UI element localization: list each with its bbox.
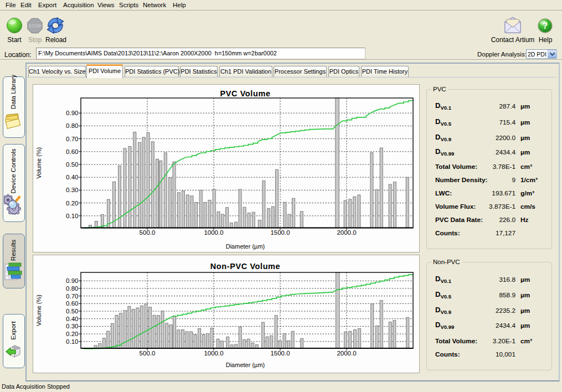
svg-text:0.90: 0.90 bbox=[66, 277, 78, 284]
svg-text:STOP: STOP bbox=[29, 23, 42, 29]
svg-text:0.10: 0.10 bbox=[66, 213, 78, 219]
svg-text:1000.0: 1000.0 bbox=[204, 229, 223, 236]
svg-text:2000.0: 2000.0 bbox=[337, 229, 356, 236]
svg-text:0.10: 0.10 bbox=[66, 338, 78, 345]
svg-text:1500.0: 1500.0 bbox=[270, 350, 290, 357]
svg-text:500.0: 500.0 bbox=[140, 229, 156, 236]
svg-text:Volume (%): Volume (%) bbox=[35, 295, 42, 326]
svg-text:0.70: 0.70 bbox=[66, 136, 78, 142]
svg-text:Volume (%): Volume (%) bbox=[35, 147, 42, 179]
svg-text:0.60: 0.60 bbox=[66, 148, 78, 155]
svg-text:0.80: 0.80 bbox=[66, 285, 78, 292]
svg-text:0.50: 0.50 bbox=[66, 161, 78, 168]
svg-text:1500.0: 1500.0 bbox=[270, 229, 290, 236]
svg-text:0.70: 0.70 bbox=[66, 293, 78, 300]
svg-text:0.40: 0.40 bbox=[66, 174, 78, 180]
svg-text:Non-PVC Volume: Non-PVC Volume bbox=[210, 262, 281, 271]
svg-text:0.90: 0.90 bbox=[66, 110, 78, 116]
svg-text:0.40: 0.40 bbox=[66, 316, 78, 322]
svg-text:2000.0: 2000.0 bbox=[337, 350, 356, 357]
svg-text:0.20: 0.20 bbox=[66, 200, 78, 207]
svg-text:0.30: 0.30 bbox=[66, 323, 78, 329]
svg-text:0.80: 0.80 bbox=[66, 122, 78, 129]
svg-text:500.0: 500.0 bbox=[140, 350, 156, 357]
svg-text:Diameter (µm): Diameter (µm) bbox=[226, 243, 265, 250]
svg-text:0.20: 0.20 bbox=[66, 331, 78, 337]
svg-text:?: ? bbox=[543, 21, 548, 30]
svg-text:0.30: 0.30 bbox=[66, 187, 78, 193]
svg-text:0.50: 0.50 bbox=[66, 308, 78, 314]
svg-text:1000.0: 1000.0 bbox=[204, 350, 223, 357]
svg-text:Diameter (µm): Diameter (µm) bbox=[226, 362, 265, 368]
svg-text:PVC Volume: PVC Volume bbox=[220, 89, 270, 98]
svg-text:0.60: 0.60 bbox=[66, 300, 78, 307]
